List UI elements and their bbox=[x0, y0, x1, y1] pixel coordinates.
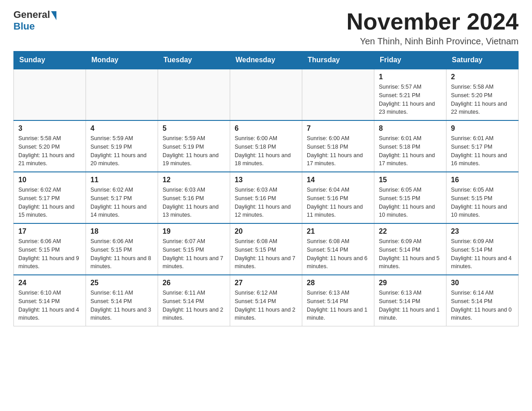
week-row-4: 17Sunrise: 6:06 AM Sunset: 5:15 PM Dayli… bbox=[14, 223, 519, 275]
calendar-cell: 17Sunrise: 6:06 AM Sunset: 5:15 PM Dayli… bbox=[14, 223, 86, 275]
calendar-cell: 22Sunrise: 6:09 AM Sunset: 5:14 PM Dayli… bbox=[374, 223, 446, 275]
calendar-cell: 30Sunrise: 6:14 AM Sunset: 5:14 PM Dayli… bbox=[446, 275, 519, 326]
day-number: 2 bbox=[451, 73, 514, 81]
day-info: Sunrise: 6:10 AM Sunset: 5:14 PM Dayligh… bbox=[18, 289, 81, 322]
day-number: 30 bbox=[451, 279, 514, 287]
day-info: Sunrise: 6:09 AM Sunset: 5:14 PM Dayligh… bbox=[379, 237, 442, 271]
day-number: 19 bbox=[163, 227, 225, 235]
day-info: Sunrise: 6:05 AM Sunset: 5:15 PM Dayligh… bbox=[379, 186, 442, 219]
weekday-header-friday: Friday bbox=[374, 51, 446, 69]
weekday-header-monday: Monday bbox=[86, 51, 158, 69]
day-info: Sunrise: 6:11 AM Sunset: 5:14 PM Dayligh… bbox=[90, 289, 153, 322]
calendar-cell: 15Sunrise: 6:05 AM Sunset: 5:15 PM Dayli… bbox=[374, 172, 446, 223]
week-row-3: 10Sunrise: 6:02 AM Sunset: 5:17 PM Dayli… bbox=[14, 172, 519, 223]
calendar-cell: 9Sunrise: 6:01 AM Sunset: 5:17 PM Daylig… bbox=[446, 120, 519, 172]
calendar-cell: 11Sunrise: 6:02 AM Sunset: 5:17 PM Dayli… bbox=[86, 172, 158, 223]
week-row-2: 3Sunrise: 5:58 AM Sunset: 5:20 PM Daylig… bbox=[14, 120, 519, 172]
day-number: 25 bbox=[90, 279, 153, 287]
day-info: Sunrise: 6:11 AM Sunset: 5:14 PM Dayligh… bbox=[163, 289, 225, 322]
day-number: 9 bbox=[451, 124, 514, 133]
weekday-header-saturday: Saturday bbox=[446, 51, 519, 69]
calendar-cell: 26Sunrise: 6:11 AM Sunset: 5:14 PM Dayli… bbox=[158, 275, 230, 326]
day-number: 13 bbox=[235, 176, 297, 184]
calendar-cell: 4Sunrise: 5:59 AM Sunset: 5:19 PM Daylig… bbox=[86, 120, 158, 172]
day-info: Sunrise: 5:57 AM Sunset: 5:21 PM Dayligh… bbox=[379, 83, 442, 116]
calendar-cell: 12Sunrise: 6:03 AM Sunset: 5:16 PM Dayli… bbox=[158, 172, 230, 223]
calendar-cell: 14Sunrise: 6:04 AM Sunset: 5:16 PM Dayli… bbox=[302, 172, 374, 223]
calendar-cell: 16Sunrise: 6:05 AM Sunset: 5:15 PM Dayli… bbox=[446, 172, 519, 223]
day-number: 11 bbox=[90, 176, 153, 184]
calendar-cell: 19Sunrise: 6:07 AM Sunset: 5:15 PM Dayli… bbox=[158, 223, 230, 275]
calendar-cell: 24Sunrise: 6:10 AM Sunset: 5:14 PM Dayli… bbox=[14, 275, 86, 326]
day-info: Sunrise: 5:59 AM Sunset: 5:19 PM Dayligh… bbox=[163, 134, 225, 168]
calendar-cell bbox=[302, 69, 374, 120]
day-number: 6 bbox=[235, 124, 297, 133]
calendar-cell: 7Sunrise: 6:00 AM Sunset: 5:18 PM Daylig… bbox=[302, 120, 374, 172]
calendar-cell: 18Sunrise: 6:06 AM Sunset: 5:15 PM Dayli… bbox=[86, 223, 158, 275]
calendar-cell: 1Sunrise: 5:57 AM Sunset: 5:21 PM Daylig… bbox=[374, 69, 446, 120]
week-row-5: 24Sunrise: 6:10 AM Sunset: 5:14 PM Dayli… bbox=[14, 275, 519, 326]
day-info: Sunrise: 5:58 AM Sunset: 5:20 PM Dayligh… bbox=[18, 134, 81, 168]
calendar-cell: 5Sunrise: 5:59 AM Sunset: 5:19 PM Daylig… bbox=[158, 120, 230, 172]
logo-general-text: General bbox=[13, 9, 50, 21]
weekday-header-wednesday: Wednesday bbox=[230, 51, 302, 69]
page-header: General Blue November 2024 Yen Thinh, Ni… bbox=[13, 9, 519, 47]
calendar-cell: 28Sunrise: 6:13 AM Sunset: 5:14 PM Dayli… bbox=[302, 275, 374, 326]
title-area: November 2024 Yen Thinh, Ninh Binh Provi… bbox=[347, 9, 519, 47]
calendar-cell bbox=[158, 69, 230, 120]
day-info: Sunrise: 6:14 AM Sunset: 5:14 PM Dayligh… bbox=[451, 289, 514, 322]
day-info: Sunrise: 6:13 AM Sunset: 5:14 PM Dayligh… bbox=[379, 289, 442, 322]
day-info: Sunrise: 6:13 AM Sunset: 5:14 PM Dayligh… bbox=[307, 289, 369, 322]
day-number: 10 bbox=[18, 176, 81, 184]
calendar-cell bbox=[86, 69, 158, 120]
day-info: Sunrise: 6:04 AM Sunset: 5:16 PM Dayligh… bbox=[307, 186, 369, 219]
calendar-cell bbox=[230, 69, 302, 120]
weekday-header-tuesday: Tuesday bbox=[158, 51, 230, 69]
calendar-table: SundayMondayTuesdayWednesdayThursdayFrid… bbox=[13, 51, 519, 326]
day-number: 3 bbox=[18, 124, 81, 133]
calendar-cell: 13Sunrise: 6:03 AM Sunset: 5:16 PM Dayli… bbox=[230, 172, 302, 223]
day-number: 12 bbox=[163, 176, 225, 184]
calendar-cell: 27Sunrise: 6:12 AM Sunset: 5:14 PM Dayli… bbox=[230, 275, 302, 326]
weekday-header-sunday: Sunday bbox=[14, 51, 86, 69]
day-number: 23 bbox=[451, 227, 514, 235]
day-info: Sunrise: 6:01 AM Sunset: 5:18 PM Dayligh… bbox=[379, 134, 442, 168]
month-year-title: November 2024 bbox=[347, 9, 519, 34]
day-info: Sunrise: 6:00 AM Sunset: 5:18 PM Dayligh… bbox=[307, 134, 369, 168]
calendar-cell: 6Sunrise: 6:00 AM Sunset: 5:18 PM Daylig… bbox=[230, 120, 302, 172]
calendar-cell: 20Sunrise: 6:08 AM Sunset: 5:15 PM Dayli… bbox=[230, 223, 302, 275]
day-number: 5 bbox=[163, 124, 225, 133]
day-info: Sunrise: 6:06 AM Sunset: 5:15 PM Dayligh… bbox=[90, 237, 153, 271]
day-number: 1 bbox=[379, 73, 442, 81]
calendar-cell: 2Sunrise: 5:58 AM Sunset: 5:20 PM Daylig… bbox=[446, 69, 519, 120]
logo-arrow-icon bbox=[51, 11, 56, 20]
calendar-cell: 23Sunrise: 6:09 AM Sunset: 5:14 PM Dayli… bbox=[446, 223, 519, 275]
day-info: Sunrise: 6:02 AM Sunset: 5:17 PM Dayligh… bbox=[90, 186, 153, 219]
day-number: 16 bbox=[451, 176, 514, 184]
calendar-cell: 10Sunrise: 6:02 AM Sunset: 5:17 PM Dayli… bbox=[14, 172, 86, 223]
calendar-cell: 29Sunrise: 6:13 AM Sunset: 5:14 PM Dayli… bbox=[374, 275, 446, 326]
day-info: Sunrise: 6:03 AM Sunset: 5:16 PM Dayligh… bbox=[163, 186, 225, 219]
weekday-header-thursday: Thursday bbox=[302, 51, 374, 69]
day-info: Sunrise: 6:05 AM Sunset: 5:15 PM Dayligh… bbox=[451, 186, 514, 219]
day-info: Sunrise: 6:03 AM Sunset: 5:16 PM Dayligh… bbox=[235, 186, 297, 219]
week-row-1: 1Sunrise: 5:57 AM Sunset: 5:21 PM Daylig… bbox=[14, 69, 519, 120]
day-info: Sunrise: 6:12 AM Sunset: 5:14 PM Dayligh… bbox=[235, 289, 297, 322]
day-number: 4 bbox=[90, 124, 153, 133]
logo: General Blue bbox=[13, 9, 56, 32]
location-subtitle: Yen Thinh, Ninh Binh Province, Vietnam bbox=[347, 36, 519, 47]
calendar-cell bbox=[14, 69, 86, 120]
calendar-cell: 3Sunrise: 5:58 AM Sunset: 5:20 PM Daylig… bbox=[14, 120, 86, 172]
calendar-cell: 8Sunrise: 6:01 AM Sunset: 5:18 PM Daylig… bbox=[374, 120, 446, 172]
day-number: 17 bbox=[18, 227, 81, 235]
day-info: Sunrise: 6:02 AM Sunset: 5:17 PM Dayligh… bbox=[18, 186, 81, 219]
logo-blue-text: Blue bbox=[13, 21, 35, 32]
day-number: 28 bbox=[307, 279, 369, 287]
day-info: Sunrise: 6:06 AM Sunset: 5:15 PM Dayligh… bbox=[18, 237, 81, 271]
day-info: Sunrise: 6:01 AM Sunset: 5:17 PM Dayligh… bbox=[451, 134, 514, 168]
day-info: Sunrise: 6:07 AM Sunset: 5:15 PM Dayligh… bbox=[163, 237, 225, 271]
day-info: Sunrise: 6:00 AM Sunset: 5:18 PM Dayligh… bbox=[235, 134, 297, 168]
day-number: 7 bbox=[307, 124, 369, 133]
day-number: 27 bbox=[235, 279, 297, 287]
calendar-cell: 21Sunrise: 6:08 AM Sunset: 5:14 PM Dayli… bbox=[302, 223, 374, 275]
